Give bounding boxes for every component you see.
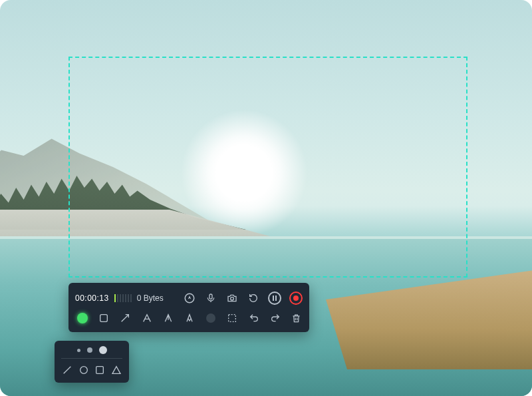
recording-timer: 00:00:13 xyxy=(75,294,109,303)
stroke-size-small[interactable] xyxy=(77,349,80,352)
stroke-size-medium[interactable] xyxy=(87,347,92,353)
highlighter-tool-icon[interactable] xyxy=(162,311,174,325)
stroke-palette xyxy=(55,341,129,383)
marquee-tool-icon[interactable] xyxy=(226,311,238,325)
undo-icon[interactable] xyxy=(248,311,260,325)
stroke-size-large[interactable] xyxy=(99,346,107,354)
svg-rect-4 xyxy=(229,315,236,322)
svg-rect-3 xyxy=(100,315,108,322)
line-shape-icon[interactable] xyxy=(61,364,73,376)
pen-tool-icon[interactable] xyxy=(184,311,196,325)
microphone-icon[interactable] xyxy=(204,292,217,305)
svg-rect-1 xyxy=(209,294,212,299)
svg-point-5 xyxy=(80,367,87,374)
file-size-label: 0 Bytes xyxy=(137,294,164,303)
desktop-wallpaper: 00:00:13 0 Bytes xyxy=(0,0,532,396)
cursor-icon[interactable] xyxy=(183,292,196,305)
circle-shape-icon[interactable] xyxy=(78,364,90,376)
svg-rect-6 xyxy=(96,367,104,374)
rectangle-tool-icon[interactable] xyxy=(98,311,110,325)
audio-level-meter xyxy=(114,294,132,302)
svg-point-2 xyxy=(231,297,234,300)
record-button[interactable] xyxy=(289,292,303,305)
arrow-tool-icon[interactable] xyxy=(119,311,131,325)
square-shape-icon[interactable] xyxy=(94,364,106,376)
pause-button[interactable] xyxy=(268,292,281,305)
triangle-shape-icon[interactable] xyxy=(110,364,122,376)
reset-icon[interactable] xyxy=(247,292,260,305)
brush-color-swatch[interactable] xyxy=(76,311,88,325)
shape-row xyxy=(61,359,122,376)
redo-icon[interactable] xyxy=(269,311,281,325)
trash-icon[interactable] xyxy=(291,311,303,325)
fill-tool-icon[interactable] xyxy=(205,311,217,325)
text-tool-icon[interactable] xyxy=(141,311,153,325)
recorder-toolbar: 00:00:13 0 Bytes xyxy=(68,283,309,332)
capture-selection-rect[interactable] xyxy=(68,57,467,278)
stroke-size-row xyxy=(61,346,122,359)
camera-icon[interactable] xyxy=(225,292,239,305)
